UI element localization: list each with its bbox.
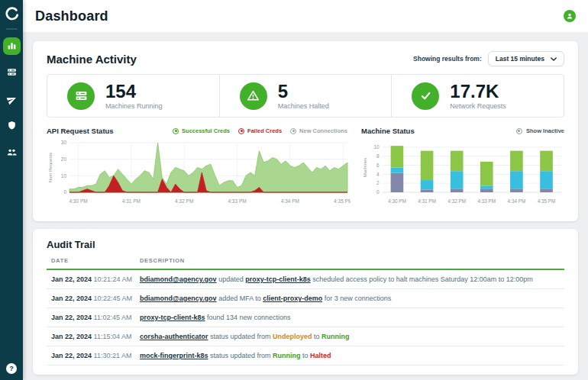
audit-text: updated <box>217 275 246 283</box>
audit-text: added MFA to <box>217 295 263 302</box>
audit-text: Halted <box>310 352 331 359</box>
audit-text: for 3 new connections <box>322 295 391 302</box>
help-icon[interactable]: ? <box>6 363 17 374</box>
audit-row: Jan 22, 2024 11:30:21 AM mock-fingerprin… <box>47 346 564 366</box>
chevron-down-icon <box>551 57 557 61</box>
svg-text:4:32 PM: 4:32 PM <box>175 198 193 204</box>
ring-icon <box>238 128 244 134</box>
machine-activity-title: Machine Activity <box>47 53 137 66</box>
stat-machines-running: 154 Machines Running <box>47 75 219 117</box>
svg-text:4: 4 <box>376 172 380 177</box>
svg-text:4:30 PM: 4:30 PM <box>69 198 87 204</box>
filter-label: Showing results from: <box>413 55 482 63</box>
svg-text:2: 2 <box>376 180 380 185</box>
svg-text:10: 10 <box>61 173 67 179</box>
check-icon <box>412 82 439 110</box>
audit-trail-title: Audit Trail <box>47 239 564 250</box>
machine-status-title: Machine Status <box>361 127 415 135</box>
sidebar-item-dashboard[interactable] <box>3 37 21 55</box>
stats-row: 154 Machines Running 5 Machines Halted <box>47 74 564 118</box>
legend-successful-creds[interactable]: Successful Creds <box>173 127 230 134</box>
time-range-dropdown[interactable]: Last 15 minutes <box>488 51 564 66</box>
ring-icon <box>173 128 179 134</box>
svg-text:30: 30 <box>61 140 67 145</box>
audit-text: status updated from <box>208 352 273 359</box>
app-window: ? Dashboard Machine Activity Showing res… <box>0 0 588 380</box>
audit-entity-link[interactable]: mock-fingerprint-k8s <box>140 352 208 359</box>
column-header-date: DATE <box>51 257 140 264</box>
sidebar-divider <box>6 28 18 30</box>
corsha-logo-icon <box>5 7 19 21</box>
legend-label: Successful Creds <box>182 127 230 134</box>
page-title: Dashboard <box>35 8 108 24</box>
audit-date: Jan 22, 2024 11:30:21 AM <box>51 352 140 359</box>
legend-label: Failed Creds <box>247 127 282 134</box>
svg-text:4:32 PM: 4:32 PM <box>447 198 466 204</box>
ring-icon <box>290 128 296 134</box>
audit-row: Jan 22, 2024 11:02:45 AM proxy-tcp-clien… <box>47 308 564 327</box>
audit-text: Running <box>273 352 301 359</box>
audit-entity-link[interactable]: corsha-authenticator <box>140 333 208 340</box>
time-range-value: Last 15 minutes <box>496 55 544 63</box>
ring-icon <box>516 128 522 134</box>
audit-text: scheduled access policy to halt machines… <box>311 275 533 283</box>
audit-table-body: Jan 22, 2024 10:21:24 AM bdiamond@agency… <box>47 270 564 366</box>
svg-text:4:33 PM: 4:33 PM <box>228 198 246 204</box>
audit-date: Jan 22, 2024 11:02:45 AM <box>51 314 140 321</box>
machine-activity-card: Machine Activity Showing results from: L… <box>33 41 578 221</box>
sidebar-item-machines[interactable] <box>3 64 21 82</box>
stat-value: 5 <box>278 82 329 101</box>
audit-text: Undeployed <box>273 333 312 340</box>
audit-description: corsha-authenticator status updated from… <box>140 333 564 340</box>
sidebar-item-deployments[interactable] <box>3 91 21 108</box>
svg-text:4:31 PM: 4:31 PM <box>122 198 141 204</box>
paper-plane-icon <box>5 93 18 106</box>
stat-value: 17.7K <box>450 82 506 101</box>
main-area: Dashboard Machine Activity Showing resul… <box>23 0 588 380</box>
column-header-description: DESCRIPTION <box>140 257 564 264</box>
audit-entity-link[interactable]: proxy-tcp-client-k8s <box>140 314 205 321</box>
stat-label: Network Requests <box>450 102 506 110</box>
api-request-status-title: API Request Status <box>47 127 114 135</box>
users-icon <box>7 147 17 160</box>
machine-status-chart: 0246810Machines4:30 PM4:31 PM4:32 PM4:33… <box>361 139 564 212</box>
audit-row: Jan 22, 2024 10:22:45 AM bdiamond@agency… <box>47 289 564 308</box>
stat-value: 154 <box>105 82 163 101</box>
stat-label: Machines Running <box>105 102 163 110</box>
api-legend: Successful Creds Failed Creds New Connec… <box>173 127 351 134</box>
svg-text:4:33 PM: 4:33 PM <box>477 198 496 204</box>
audit-description: bdiamond@agency.gov added MFA to client-… <box>140 295 564 302</box>
svg-text:4:30 PM: 4:30 PM <box>388 198 406 204</box>
sidebar-item-users[interactable] <box>3 144 21 162</box>
topbar: Dashboard <box>23 0 588 32</box>
audit-entity-link[interactable]: client-proxy-demo <box>263 295 322 302</box>
svg-text:Machines: Machines <box>363 158 367 178</box>
server-icon <box>7 66 17 80</box>
svg-text:6: 6 <box>376 163 380 168</box>
audit-text: status updated from <box>208 333 273 340</box>
svg-text:4:34 PM: 4:34 PM <box>281 198 299 204</box>
api-request-chart: 4:30 PM4:31 PM4:32 PM4:33 PM4:34 PM4:35 … <box>47 139 351 212</box>
show-inactive-toggle[interactable]: Show Inactive <box>516 127 564 134</box>
audit-entity-link[interactable]: bdiamond@agency.gov <box>140 275 217 283</box>
sidebar-item-security[interactable] <box>3 118 21 135</box>
audit-text: found 134 new connections <box>205 314 291 321</box>
svg-text:4:35 PM: 4:35 PM <box>538 198 556 204</box>
svg-text:0: 0 <box>376 189 380 195</box>
audit-date: Jan 22, 2024 10:21:24 AM <box>51 275 140 283</box>
audit-entity-link[interactable]: proxy-tcp-client-k8s <box>245 275 311 283</box>
audit-trail-card: Audit Trail DATE DESCRIPTION Jan 22, 202… <box>33 229 578 375</box>
server-icon <box>67 82 95 110</box>
warning-triangle-icon <box>240 82 267 110</box>
legend-label: New Connections <box>299 127 347 134</box>
audit-text: to <box>301 352 311 359</box>
legend-failed-creds[interactable]: Failed Creds <box>238 127 282 134</box>
stat-machines-halted: 5 Machines Halted <box>219 75 392 117</box>
user-avatar-button[interactable] <box>564 10 576 22</box>
audit-text: to <box>312 333 322 340</box>
audit-table-header: DATE DESCRIPTION <box>47 250 564 270</box>
audit-entity-link[interactable]: bdiamond@agency.gov <box>140 295 217 302</box>
svg-text:4:34 PM: 4:34 PM <box>508 198 526 204</box>
legend-new-connections[interactable]: New Connections <box>290 127 347 134</box>
svg-text:20: 20 <box>61 156 67 162</box>
